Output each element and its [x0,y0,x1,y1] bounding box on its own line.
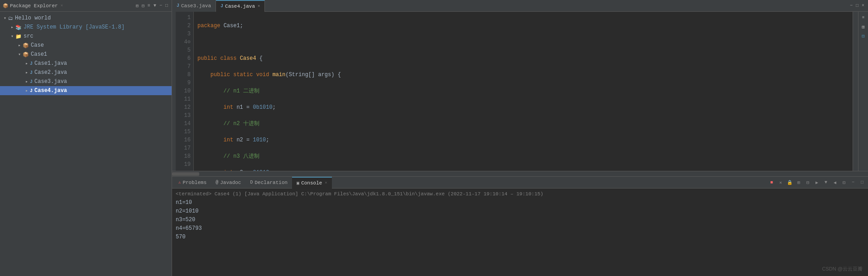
line-5: 5 [176,46,191,54]
editor-scrollbar[interactable] [853,12,858,171]
tree-item-case3-java[interactable]: ▸ J Case3.java [0,77,172,86]
bottom-panel: ⚠ Problems @ Javadoc D Declaration ▣ Con… [172,176,868,276]
console-tool-3[interactable]: ▶ [813,179,821,187]
clear-console-icon[interactable]: ✕ [777,179,785,187]
tree-label-jre: JRE System Library [JavaSE-1.8] [24,24,125,30]
menu-icon[interactable]: ≡ [147,2,151,9]
line-10: 10 [176,87,191,95]
tree-label-case2-java: Case2.java [34,69,67,76]
close-editor-icon[interactable]: × [861,2,865,9]
console-tool-4[interactable]: ▼ [822,179,830,187]
right-tool-1[interactable]: ≡ [859,14,868,22]
src-folder-icon: 📁 [15,34,22,39]
right-sidebar-toolbar: ≡ ⊞ ⊟ [858,12,868,171]
tab-javadoc-label: Javadoc [220,180,241,185]
console-toolbar: ■ ✕ 🔒 ⊞ ⊟ ▶ ▼ ◀ ⊡ − □ [767,179,866,187]
stop-icon[interactable]: ■ [767,179,776,187]
console-tool-2[interactable]: ⊟ [804,179,812,187]
code-line-5: // n1 二进制 [197,87,849,95]
tree-label-hello-world: Hello world [15,15,51,21]
package-explorer-title: Package Explorer [10,3,58,9]
tab-problems-label: Problems [182,180,206,185]
tab-javadoc[interactable]: @ Javadoc [211,177,245,189]
case2-java-expand-icon: ▸ [25,70,28,75]
case-pkg-expand-icon: ▸ [18,43,21,48]
view-menu-icon[interactable]: ▼ [153,2,157,9]
editor-tabs: J Case3.java J Case4.java × − □ × [172,0,868,12]
tab-case3[interactable]: J Case3.java [172,0,216,12]
line-13: 13 [176,111,191,120]
tree-item-src[interactable]: ▾ 📁 src [0,32,172,41]
line-9: 9 [176,79,191,87]
line-12: 12 [176,103,191,111]
link-editor-icon[interactable]: ⊟ [141,2,145,10]
case1-pkg-expand-icon: ▾ [18,52,21,57]
tree-item-case1-java[interactable]: ▸ J Case1.java [0,59,172,68]
console-output-area: <terminated> Case4 (1) [Java Application… [172,189,868,276]
tab-case4[interactable]: J Case4.java × [216,0,265,12]
case1-pkg-icon: 📦 [23,52,29,58]
tree-item-case2-java[interactable]: ▸ J Case2.java [0,68,172,77]
package-icon-small: 📦 [3,3,8,9]
editor-gutter [172,12,176,171]
declaration-icon: D [250,180,253,185]
case4-java-icon: J [30,88,33,93]
line-17: 17 [176,144,191,152]
console-line-4: n4=65793 [176,224,864,233]
line-3: 3 [176,30,191,38]
line-14: 14 [176,120,191,128]
minimize-editor-icon[interactable]: − [849,2,854,9]
tree-item-jre[interactable]: ▸ 📚 JRE System Library [JavaSE-1.8] [0,23,172,32]
console-tool-1[interactable]: ⊞ [795,179,803,187]
line-1: 1 [176,14,191,22]
tab-declaration-label: Declaration [254,180,288,185]
project-icon: 🗂 [8,15,13,21]
tab-console-label: Console [301,180,322,186]
tree-item-case4-java[interactable]: ▸ J Case4.java [0,86,172,95]
tab-console[interactable]: ▣ Console × [292,177,332,189]
tree-label-case4-java: Case4.java [34,87,67,94]
tab-problems[interactable]: ⚠ Problems [174,177,211,189]
line-11: 11 [176,95,191,103]
maximize-icon[interactable]: □ [164,2,169,9]
package-explorer-panel: 📦 Package Explorer × ⊞ ⊟ ≡ ▼ − □ ▾ 🗂 Hel… [0,0,172,276]
tree-view: ▾ 🗂 Hello world ▸ 📚 JRE System Library [… [0,12,172,276]
right-tool-3[interactable]: ⊟ [859,32,868,40]
case4-tab-close[interactable]: × [258,4,260,9]
console-line-5: 570 [176,233,864,242]
tree-item-hello-world[interactable]: ▾ 🗂 Hello world [0,14,172,23]
minimize-icon[interactable]: − [158,2,163,9]
tree-label-case1-java: Case1.java [34,60,67,67]
tree-item-case-pkg[interactable]: ▸ 📦 Case [0,41,172,50]
close-x-icon[interactable]: × [61,4,63,8]
right-tool-2[interactable]: ⊞ [859,23,868,31]
case3-tab-icon: J [177,3,179,8]
console-tab-close[interactable]: × [325,181,327,185]
line-19: 19 [176,160,191,169]
tab-declaration[interactable]: D Declaration [245,177,292,189]
editor-h-scrollbar[interactable] [172,171,868,176]
scroll-lock-icon[interactable]: 🔒 [786,179,794,187]
console-maximize[interactable]: □ [858,179,866,187]
line-numbers: 1 2 3 4⊙ 5 6 7 8 9 10 11 12 13 14 15 16 … [176,12,194,171]
tree-item-case1-pkg[interactable]: ▾ 📦 Case1 [0,50,172,59]
maximize-editor-icon[interactable]: □ [855,2,859,9]
console-tool-5[interactable]: ◀ [831,179,839,187]
case2-java-icon: J [30,70,33,75]
right-panel: J Case3.java J Case4.java × − □ × 1 2 [172,0,868,276]
case-pkg-icon: 📦 [23,43,29,48]
header-icons: ⊞ ⊟ ≡ ▼ − □ [135,2,169,10]
collapse-all-icon[interactable]: ⊞ [135,2,139,10]
tree-label-case3-java: Case3.java [34,78,67,85]
package-explorer-header: 📦 Package Explorer × ⊞ ⊟ ≡ ▼ − □ [0,0,172,12]
watermark: CSDN @云云豆瓣 [822,266,863,272]
line-6: 6 [176,54,191,63]
console-icon: ▣ [297,180,299,186]
console-line-2: n2=1010 [176,207,864,216]
code-line-7: // n2 十进制 [197,120,849,128]
h-scroll-thumb[interactable] [172,172,199,176]
console-minimize[interactable]: − [849,179,857,187]
console-tool-6[interactable]: ⊡ [840,179,848,187]
code-editor[interactable]: package Case1; public class Case4 { publ… [194,12,853,171]
line-15: 15 [176,128,191,136]
